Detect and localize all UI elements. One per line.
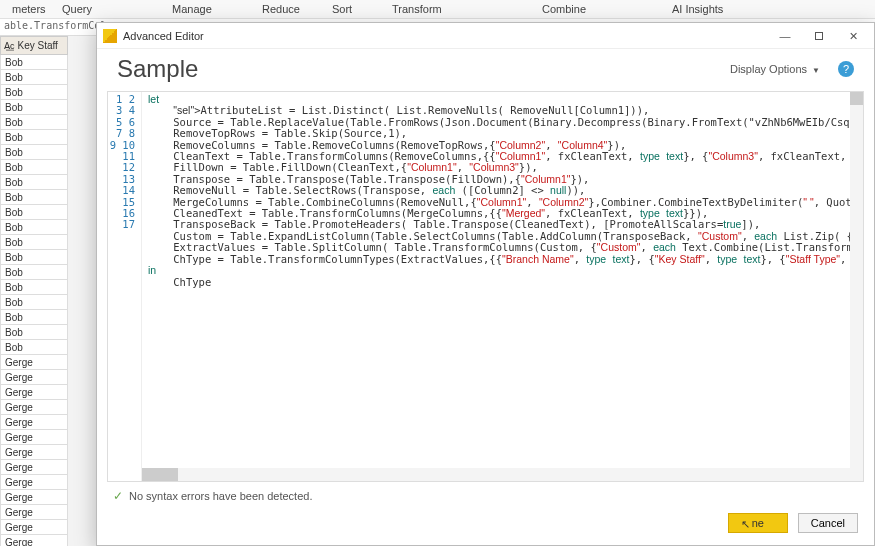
table-row[interactable]: Bob	[0, 340, 68, 355]
table-row[interactable]: Bob	[0, 235, 68, 250]
table-row[interactable]: Gerge	[0, 400, 68, 415]
table-row[interactable]: Bob	[0, 310, 68, 325]
table-row[interactable]: Bob	[0, 55, 68, 70]
table-row[interactable]: Bob	[0, 100, 68, 115]
table-row[interactable]: Bob	[0, 115, 68, 130]
ribbon-group-transform[interactable]: Transform	[380, 0, 530, 18]
scrollbar-thumb[interactable]	[850, 92, 863, 105]
table-row[interactable]: Gerge	[0, 355, 68, 370]
table-row[interactable]: Gerge	[0, 385, 68, 400]
table-row[interactable]: Bob	[0, 145, 68, 160]
table-row[interactable]: Bob	[0, 190, 68, 205]
cursor-icon: ↖	[741, 518, 750, 531]
cancel-button[interactable]: Cancel	[798, 513, 858, 533]
table-row[interactable]: Gerge	[0, 475, 68, 490]
table-row[interactable]: Bob	[0, 205, 68, 220]
table-row[interactable]: Bob	[0, 265, 68, 280]
maximize-button[interactable]	[802, 24, 836, 48]
table-row[interactable]: Gerge	[0, 520, 68, 535]
column-header-key-staff[interactable]: A͟c Key Staff	[0, 36, 68, 55]
minimize-button[interactable]: —	[768, 24, 802, 48]
display-options-dropdown[interactable]: Display Options ▼	[722, 59, 828, 79]
ribbon: meters Query Manage Columns Reduce Rows …	[0, 0, 875, 19]
table-row[interactable]: Bob	[0, 325, 68, 340]
horizontal-scrollbar[interactable]	[142, 468, 850, 481]
table-row[interactable]: Gerge	[0, 430, 68, 445]
ribbon-group-combine[interactable]: Combine	[530, 0, 660, 18]
table-row[interactable]: Bob	[0, 295, 68, 310]
table-row[interactable]: Bob	[0, 175, 68, 190]
dialog-header: Sample Display Options ▼ ?	[97, 49, 874, 91]
syntax-status-text: No syntax errors have been detected.	[129, 490, 312, 502]
table-row[interactable]: Gerge	[0, 535, 68, 546]
line-number-gutter: 1 2 3 4 5 6 7 8 9 10 11 12 13 14 15 16 1…	[108, 92, 142, 481]
ribbon-group-query[interactable]: Query	[50, 0, 160, 18]
ribbon-group-ai-insights[interactable]: AI Insights	[660, 0, 740, 18]
done-button-label: ne	[752, 517, 764, 529]
ribbon-group-reduce-rows[interactable]: Reduce Rows	[250, 0, 320, 18]
type-text-icon: A͟c	[4, 41, 15, 51]
syntax-status: ✓ No syntax errors have been detected.	[97, 482, 874, 507]
table-row[interactable]: Gerge	[0, 490, 68, 505]
table-row[interactable]: Bob	[0, 280, 68, 295]
help-button[interactable]: ?	[838, 61, 854, 77]
ribbon-group-parameters[interactable]: meters	[0, 0, 50, 18]
table-row[interactable]: Bob	[0, 250, 68, 265]
table-row[interactable]: Gerge	[0, 370, 68, 385]
display-options-label: Display Options	[730, 63, 807, 75]
table-row[interactable]: Gerge	[0, 415, 68, 430]
table-row[interactable]: Gerge	[0, 460, 68, 475]
preview-grid: A͟c Key Staff BobBobBobBobBobBobBobBobBo…	[0, 36, 68, 546]
vertical-scrollbar[interactable]	[850, 92, 863, 481]
ribbon-group-sort[interactable]: Sort	[320, 0, 380, 18]
table-row[interactable]: Bob	[0, 70, 68, 85]
checkmark-icon: ✓	[113, 489, 123, 503]
chevron-down-icon: ▼	[812, 66, 820, 75]
column-header-label: Key Staff	[18, 40, 58, 51]
table-row[interactable]: Bob	[0, 130, 68, 145]
code-editor[interactable]: 1 2 3 4 5 6 7 8 9 10 11 12 13 14 15 16 1…	[107, 91, 864, 482]
ribbon-group-manage-columns[interactable]: Manage Columns	[160, 0, 250, 18]
table-row[interactable]: Bob	[0, 160, 68, 175]
dialog-title: Advanced Editor	[123, 30, 768, 42]
advanced-editor-dialog: Advanced Editor — ✕ Sample Display Optio…	[96, 22, 875, 546]
powerbi-logo-icon	[103, 29, 117, 43]
close-button[interactable]: ✕	[836, 24, 870, 48]
table-row[interactable]: Bob	[0, 85, 68, 100]
table-row[interactable]: Bob	[0, 220, 68, 235]
query-name-heading: Sample	[117, 55, 722, 83]
done-button[interactable]: ↖ne	[728, 513, 788, 533]
code-text-area[interactable]: let "sel">AttributeList = List.Distinct(…	[142, 92, 863, 481]
dialog-buttons: ↖ne Cancel	[97, 507, 874, 545]
table-row[interactable]: Gerge	[0, 445, 68, 460]
table-row[interactable]: Gerge	[0, 505, 68, 520]
dialog-title-bar: Advanced Editor — ✕	[97, 23, 874, 49]
scrollbar-thumb[interactable]	[142, 468, 178, 481]
